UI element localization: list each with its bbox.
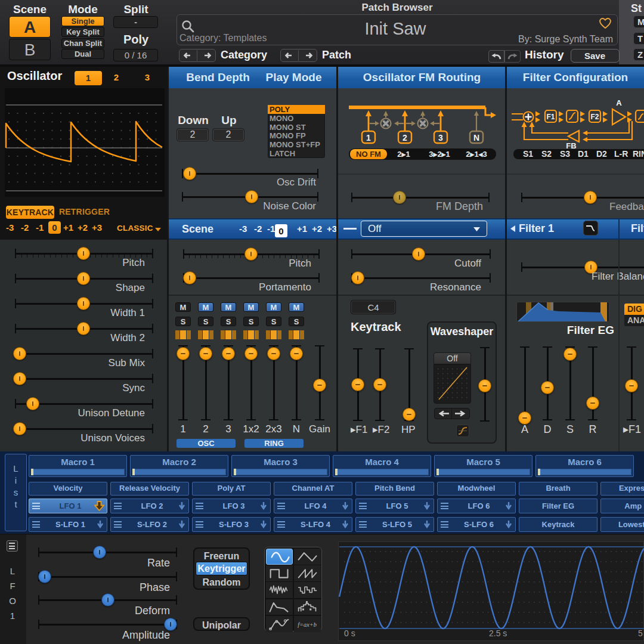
- svg-text:F1: F1: [546, 113, 555, 121]
- svg-text:F2: F2: [590, 113, 599, 121]
- svg-text:A: A: [616, 98, 622, 107]
- svg-text:f=ax+b: f=ax+b: [298, 621, 317, 627]
- svg-text:3: 3: [438, 133, 443, 143]
- svg-text:N: N: [473, 133, 479, 143]
- svg-text:2: 2: [402, 133, 407, 143]
- svg-text:1: 1: [366, 133, 371, 143]
